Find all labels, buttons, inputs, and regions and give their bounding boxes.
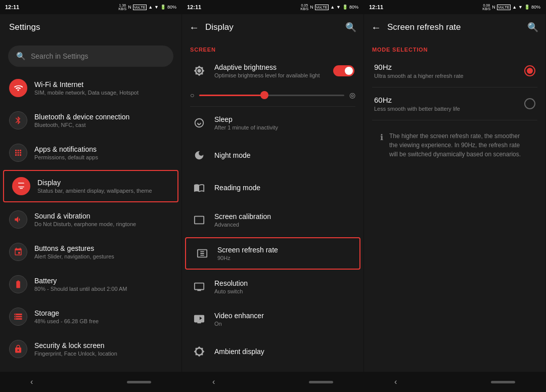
bottom-nav-2: ‹ bbox=[182, 372, 363, 392]
battery-icon-3: 🔋 bbox=[524, 5, 530, 10]
apps-text: Apps & notifications Permissions, defaul… bbox=[34, 145, 172, 160]
network-speed-1: 1.36 KB/S bbox=[118, 4, 126, 11]
volte-icon-1: VoLTE bbox=[133, 5, 147, 10]
battery-icon-1: 🔋 bbox=[160, 5, 166, 10]
brightness-slider-track[interactable] bbox=[199, 95, 344, 96]
display-item-brightness[interactable]: Adaptive brightness Optimise brightness … bbox=[182, 55, 363, 87]
display-item-reading-mode[interactable]: Reading mode bbox=[182, 171, 363, 204]
wifi-text: Wi-Fi & Internet SIM, mobile network, Da… bbox=[34, 80, 172, 96]
resolution-icon bbox=[191, 279, 207, 295]
settings-item-buttons[interactable]: Buttons & gestures Alert Slider, navigat… bbox=[0, 236, 181, 268]
refresh-rate-title: Screen refresh rate bbox=[217, 246, 351, 254]
back-nav-2[interactable]: ‹ bbox=[212, 377, 215, 386]
network-speed-3: 0.08 KB/S bbox=[482, 4, 490, 11]
option-90hz[interactable]: 90Hz Ultra smooth at a higher refresh ra… bbox=[364, 55, 545, 87]
signal-icon-1: ▲ bbox=[148, 5, 153, 10]
status-bar-1: 12:11 1.36 KB/S N VoLTE ▲ ▼ 🔋 80% bbox=[0, 0, 181, 14]
settings-item-display[interactable]: Display Status bar, ambient display, wal… bbox=[3, 170, 178, 202]
home-pill-3[interactable] bbox=[491, 381, 515, 383]
video-enhancer-sub: On bbox=[214, 321, 354, 327]
refresh-search-icon[interactable]: 🔍 bbox=[527, 22, 538, 33]
back-nav-3[interactable]: ‹ bbox=[394, 377, 397, 386]
video-enhancer-title: Video enhancer bbox=[214, 312, 354, 320]
option-90hz-sub: Ultra smooth at a higher refresh rate bbox=[374, 73, 524, 79]
apps-title: Apps & notifications bbox=[34, 145, 172, 153]
settings-item-wifi[interactable]: Wi-Fi & Internet SIM, mobile network, Da… bbox=[0, 72, 181, 104]
brightness-slider-thumb[interactable] bbox=[260, 91, 268, 99]
back-nav-1[interactable]: ‹ bbox=[30, 377, 33, 386]
security-text: Security & lock screen Fingerprint, Face… bbox=[34, 341, 172, 357]
wifi-signal-icon-2: ▼ bbox=[336, 5, 341, 10]
refresh-back-button[interactable]: ← bbox=[371, 22, 381, 33]
brightness-toggle[interactable] bbox=[333, 65, 354, 76]
option-90hz-radio[interactable] bbox=[524, 65, 535, 76]
battery-icon-2: 🔋 bbox=[342, 5, 348, 10]
display-item-resolution[interactable]: Resolution Auto switch bbox=[182, 271, 363, 303]
status-icons-1: 1.36 KB/S N VoLTE ▲ ▼ 🔋 80% bbox=[118, 4, 176, 11]
sound-text: Sound & vibration Do Not Disturb, earpho… bbox=[34, 212, 172, 227]
settings-item-apps[interactable]: Apps & notifications Permissions, defaul… bbox=[0, 137, 181, 169]
settings-item-security[interactable]: Security & lock screen Fingerprint, Face… bbox=[0, 333, 181, 365]
volte-icon-2: VoLTE bbox=[315, 5, 329, 10]
storage-icon bbox=[9, 308, 27, 326]
settings-item-storage[interactable]: Storage 48% used - 66.28 GB free bbox=[0, 300, 181, 333]
refresh-info-text: The higher the screen refresh rate, the … bbox=[389, 132, 529, 159]
battery-sub: 80% - Should last until about 2:00 AM bbox=[34, 286, 172, 292]
night-mode-text: Night mode bbox=[214, 151, 354, 159]
refresh-rate-icon bbox=[194, 245, 210, 262]
option-90hz-dot bbox=[527, 68, 533, 74]
mode-selection-label: MODE SELECTION bbox=[364, 40, 545, 55]
battery-pct-2: 80% bbox=[349, 5, 358, 10]
resolution-text: Resolution Auto switch bbox=[214, 279, 354, 294]
battery-text: Battery 80% - Should last until about 2:… bbox=[34, 277, 172, 292]
bluetooth-icon bbox=[9, 111, 27, 129]
bluetooth-sub: Bluetooth, NFC, cast bbox=[34, 122, 172, 128]
wifi-sub: SIM, mobile network, Data usage, Hotspot bbox=[34, 90, 172, 96]
reading-mode-text: Reading mode bbox=[214, 184, 354, 192]
night-mode-title: Night mode bbox=[214, 151, 354, 159]
screen-section-label: SCREEN bbox=[182, 40, 363, 55]
buttons-sub: Alert Slider, navigation, gestures bbox=[34, 253, 172, 259]
customisation-section-label: CUSTOMISATION bbox=[182, 368, 363, 372]
display-item-refresh-rate[interactable]: Screen refresh rate 90Hz bbox=[185, 237, 360, 270]
sleep-icon bbox=[191, 115, 207, 131]
display-item-screen-calibration[interactable]: Screen calibration Advanced bbox=[182, 204, 363, 236]
settings-item-bluetooth[interactable]: Bluetooth & device connection Bluetooth,… bbox=[0, 104, 181, 137]
display-item-sleep[interactable]: Sleep After 1 minute of inactivity bbox=[182, 107, 363, 139]
refresh-page-title: Screen refresh rate bbox=[387, 22, 527, 32]
home-pill-2[interactable] bbox=[309, 381, 333, 383]
network-icon-3: N bbox=[492, 5, 495, 10]
option-60hz[interactable]: 60Hz Less smooth with better battery lif… bbox=[364, 88, 545, 120]
status-icons-2: 0.05 KB/S N VoLTE ▲ ▼ 🔋 80% bbox=[300, 4, 358, 11]
option-60hz-text: 60Hz Less smooth with better battery lif… bbox=[374, 96, 524, 112]
video-enhancer-icon bbox=[191, 311, 207, 327]
display-item-video-enhancer[interactable]: Video enhancer On bbox=[182, 303, 363, 335]
reading-mode-icon bbox=[191, 180, 207, 196]
display-item-night-mode[interactable]: Night mode bbox=[182, 139, 363, 171]
screen-calibration-icon bbox=[191, 212, 207, 228]
wifi-signal-icon-1: ▼ bbox=[154, 5, 159, 10]
option-60hz-radio[interactable] bbox=[524, 98, 535, 109]
display-item-ambient[interactable]: Ambient display bbox=[182, 335, 363, 368]
display-back-button[interactable]: ← bbox=[189, 22, 199, 33]
resolution-title: Resolution bbox=[214, 279, 354, 287]
refresh-info-box: ℹ The higher the screen refresh rate, th… bbox=[370, 124, 539, 166]
settings-item-battery[interactable]: Battery 80% - Should last until about 2:… bbox=[0, 268, 181, 300]
home-pill-1[interactable] bbox=[127, 381, 151, 383]
bluetooth-title: Bluetooth & device connection bbox=[34, 113, 172, 121]
display-title: Display bbox=[37, 179, 169, 187]
brightness-toggle-switch[interactable] bbox=[333, 65, 354, 76]
brightness-low-icon: ○ bbox=[190, 91, 194, 99]
display-search-icon[interactable]: 🔍 bbox=[345, 22, 356, 33]
bottom-nav-3: ‹ bbox=[364, 372, 545, 392]
brightness-icon bbox=[191, 63, 207, 79]
settings-item-sound[interactable]: Sound & vibration Do Not Disturb, earpho… bbox=[0, 203, 181, 236]
storage-sub: 48% used - 66.28 GB free bbox=[34, 318, 172, 324]
search-bar[interactable]: 🔍 Search in Settings bbox=[8, 46, 173, 67]
ambient-text: Ambient display bbox=[214, 347, 354, 356]
brightness-slider-row: ○ ◎ bbox=[182, 87, 363, 106]
reading-mode-title: Reading mode bbox=[214, 184, 354, 192]
status-time-1: 12:11 bbox=[5, 4, 19, 10]
battery-setting-icon bbox=[9, 275, 27, 293]
sound-icon bbox=[9, 210, 27, 229]
